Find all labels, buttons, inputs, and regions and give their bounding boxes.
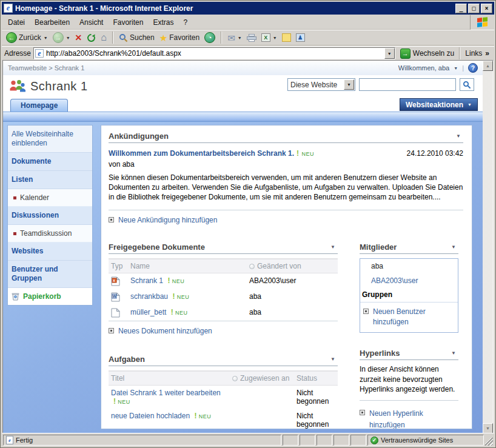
modified-by-value: ABA2003\user xyxy=(249,276,296,285)
menu-hilfe[interactable]: ? xyxy=(178,16,192,28)
table-row: neue Dateien hochladen ! NEU Nicht begon… xyxy=(109,409,338,429)
welcome-menu[interactable]: Willkommen, aba xyxy=(398,64,449,72)
maximize-button[interactable]: □ xyxy=(468,4,480,13)
help-icon[interactable]: ? xyxy=(468,63,478,73)
site-search-button[interactable] xyxy=(460,78,474,91)
webpart-menu-icon[interactable]: ▼ xyxy=(330,244,335,250)
window-title: Homepage - Schrank 1 - Microsoft Interne… xyxy=(15,4,193,13)
tab-homepage[interactable]: Homepage xyxy=(10,99,68,112)
add-document-link[interactable]: Neues Dokument hinzufügen xyxy=(109,327,338,335)
menu-datei[interactable]: Datei xyxy=(3,16,30,28)
back-button[interactable]: ← Zurück ▼ xyxy=(4,32,50,44)
left-column: Alle Websiteinhalte einblenden Dokumente… xyxy=(3,122,95,433)
address-input[interactable] xyxy=(44,49,384,58)
webpart-menu-icon[interactable]: ▼ xyxy=(451,350,456,356)
scroll-up-button[interactable]: ▲ xyxy=(483,61,493,71)
go-button[interactable]: → Wechseln zu xyxy=(398,48,457,59)
close-button[interactable]: × xyxy=(481,4,492,13)
magnifier-icon xyxy=(463,81,471,89)
breadcrumb[interactable]: Teamwebsite > Schrank 1 xyxy=(8,64,84,72)
menu-favoriten[interactable]: Favoriten xyxy=(108,16,148,28)
site-actions-dropdown-icon: ▼ xyxy=(468,102,472,107)
col-zugewiesen: Zugewiesen an xyxy=(230,371,294,386)
sidebar-item-diskussionen[interactable]: Diskussionen xyxy=(8,207,92,225)
task-link[interactable]: neue Dateien hochladen xyxy=(111,412,190,420)
webpart-menu-icon[interactable]: ▼ xyxy=(330,356,335,362)
print-icon xyxy=(247,34,256,42)
webpart-menu-icon[interactable]: ▼ xyxy=(451,244,456,250)
announcement-body: Sie können diesen Dokumentarbeitsbereich… xyxy=(109,173,463,202)
sidebar-item-kalender[interactable]: Kalender xyxy=(8,189,92,207)
sidebar-item-teamdiskussion[interactable]: Teamdiskussion xyxy=(8,225,92,242)
table-row: X Schrank 1 ! NEU ABA2003\user xyxy=(109,273,338,289)
go-label: Wechseln zu xyxy=(413,49,454,58)
assigned-label: Zugewiesen an xyxy=(240,374,289,383)
webpart-members: Mitglieder ▼ aba ABA2003\user Gruppen xyxy=(360,241,458,333)
edit-dropdown-icon[interactable]: ▼ xyxy=(273,36,277,40)
new-label: NEU xyxy=(301,151,314,157)
table-row: W schrankbau ! NEU aba xyxy=(109,289,338,305)
site-actions-button[interactable]: Websiteaktionen ▼ xyxy=(400,98,478,111)
sidebar-item-benutzer-und-gruppen[interactable]: Benutzer und Gruppen xyxy=(8,261,92,288)
menu-ansicht[interactable]: Ansicht xyxy=(75,16,108,28)
add-hyperlink-link[interactable]: Neuen Hyperlink hinzufügen xyxy=(360,408,458,429)
site-search-input[interactable] xyxy=(359,78,456,91)
messenger-button[interactable]: ♟ xyxy=(294,33,307,42)
links-menu[interactable]: Links » xyxy=(463,49,492,58)
task-link[interactable]: Datei Schrank 1 weiter bearbeiten xyxy=(111,389,221,397)
welcome-dropdown-icon[interactable]: ▼ xyxy=(454,66,458,70)
status-panel xyxy=(350,435,366,446)
member-item[interactable]: aba xyxy=(360,259,458,273)
address-dropdown-button[interactable]: ▼ xyxy=(384,48,395,59)
new-badge: ! NEU xyxy=(171,308,188,316)
table-row: müller_bett ! NEU aba xyxy=(109,305,338,321)
announcement-link[interactable]: Willkommen zum Dokumentarbeitsbereich Sc… xyxy=(109,149,294,158)
resize-grip[interactable] xyxy=(485,438,493,446)
search-button[interactable]: Suchen xyxy=(117,33,156,43)
stop-button[interactable]: ✕ xyxy=(73,33,84,42)
task-status: Nicht begonnen xyxy=(297,389,329,406)
announcements-title: Ankündigungen xyxy=(109,132,169,141)
add-icon xyxy=(109,217,114,222)
forward-icon: → xyxy=(53,32,64,43)
scope-dropdown-icon[interactable]: ▼ xyxy=(344,79,354,90)
sidebar-item-papierkorb[interactable]: Papierkorb xyxy=(8,288,92,305)
document-link[interactable]: Schrank 1 xyxy=(130,276,163,285)
refresh-icon xyxy=(87,33,96,42)
menu-bearbeiten[interactable]: Bearbeiten xyxy=(30,16,75,28)
vertical-scrollbar[interactable]: ▲ ▼ xyxy=(483,61,493,433)
webpart-menu-icon[interactable]: ▼ xyxy=(456,133,461,139)
sidebar-item-websites[interactable]: Websites xyxy=(8,242,92,261)
search-scope-select[interactable]: Diese Website ▼ xyxy=(287,78,355,91)
home-button[interactable]: ⌂ xyxy=(99,32,109,43)
address-label: Adresse xyxy=(4,49,31,58)
mail-button[interactable]: ✉ ▼ xyxy=(226,33,244,43)
refresh-button[interactable] xyxy=(85,33,98,43)
member-item[interactable]: ABA2003\user xyxy=(360,273,458,288)
history-button[interactable]: ◔ xyxy=(203,32,217,44)
document-link[interactable]: müller_bett xyxy=(130,308,166,316)
windows-logo-panel xyxy=(470,15,494,30)
document-link[interactable]: schrankbau xyxy=(130,292,168,301)
document-status-icon: e xyxy=(6,436,13,444)
sidebar-item-listen[interactable]: Listen xyxy=(8,171,92,189)
view-all-content-link[interactable]: Alle Websiteinhalte einblenden xyxy=(8,125,92,153)
forward-dropdown-icon[interactable]: ▼ xyxy=(66,36,70,40)
mail-dropdown-icon[interactable]: ▼ xyxy=(238,36,242,40)
print-button[interactable] xyxy=(245,33,258,42)
forward-button[interactable]: → ▼ xyxy=(51,32,72,44)
links-chevron-icon: » xyxy=(485,49,489,58)
toolbar-separator xyxy=(112,32,113,44)
add-user-link[interactable]: Neuen Benutzer hinzufügen xyxy=(360,303,458,333)
edit-button[interactable]: X ▼ xyxy=(260,33,279,42)
note-icon xyxy=(282,33,291,42)
scroll-down-button[interactable]: ▼ xyxy=(483,423,493,433)
favorites-button[interactable]: ★ Favoriten xyxy=(158,33,201,43)
discuss-button[interactable] xyxy=(280,33,293,42)
sidebar-item-dokumente[interactable]: Dokumente xyxy=(8,153,92,171)
minimize-button[interactable]: _ xyxy=(455,4,467,13)
menu-extras[interactable]: Extras xyxy=(148,16,178,28)
add-announcement-link[interactable]: Neue Ankündigung hinzufügen xyxy=(109,216,463,224)
tasks-table: Titel Zugewiesen an Status Datei Schrank… xyxy=(109,370,338,429)
back-dropdown-icon[interactable]: ▼ xyxy=(44,36,48,40)
